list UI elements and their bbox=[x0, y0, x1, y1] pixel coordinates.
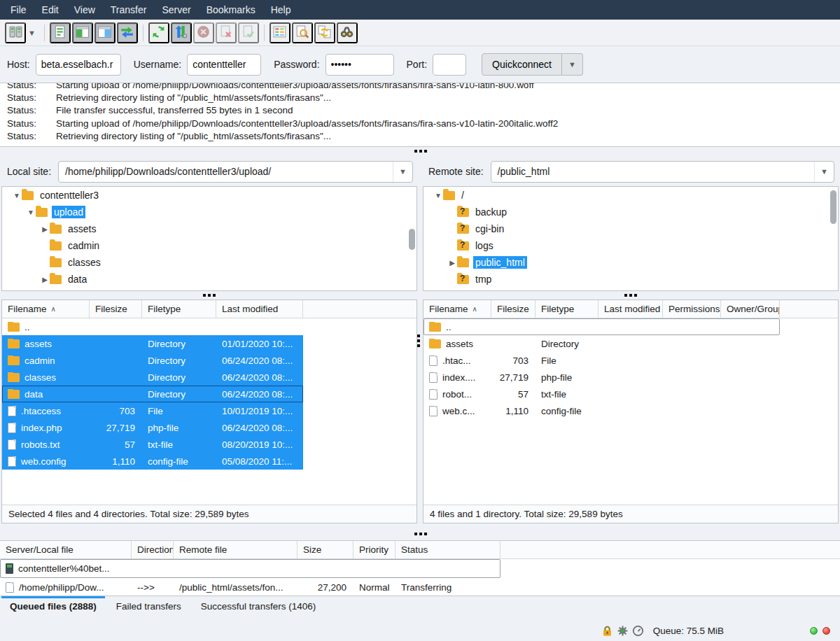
local-tree-item-contentteller3[interactable]: ▼contentteller3 bbox=[2, 187, 416, 204]
file-row[interactable]: web.c...1,110config-file bbox=[424, 402, 780, 419]
file-row[interactable]: cadminDirectory06/24/2020 08:... bbox=[2, 352, 303, 369]
column-header-filesize[interactable]: Filesize bbox=[491, 300, 536, 318]
column-header-filename[interactable]: Filename∧ bbox=[2, 300, 90, 318]
tab-queued-files-2888-[interactable]: Queued files (2888) bbox=[0, 601, 106, 612]
cell-name: index.php bbox=[2, 423, 90, 433]
disconnect-button[interactable] bbox=[216, 22, 237, 43]
column-header-priority[interactable]: Priority bbox=[354, 541, 396, 558]
remote-tree-item-tmp[interactable]: tmp bbox=[424, 271, 838, 288]
menu-item-server[interactable]: Server bbox=[154, 0, 198, 20]
column-header-size[interactable]: Size bbox=[298, 541, 354, 558]
menu-item-transfer[interactable]: Transfer bbox=[103, 0, 155, 20]
tree-expander-icon[interactable]: ▼ bbox=[26, 209, 36, 216]
menu-item-edit[interactable]: Edit bbox=[34, 0, 66, 20]
tree-expander-icon[interactable]: ▼ bbox=[12, 192, 22, 199]
gear-icon[interactable] bbox=[617, 625, 629, 637]
process-queue-button[interactable] bbox=[171, 22, 192, 43]
directory-comparison-button[interactable] bbox=[292, 22, 313, 43]
port-input[interactable] bbox=[433, 54, 466, 76]
file-icon bbox=[8, 406, 16, 416]
queue-row[interactable]: contentteller%40bet... bbox=[0, 559, 500, 578]
column-header-filetype[interactable]: Filetype bbox=[142, 300, 216, 318]
file-row[interactable]: robots.txt57txt-file08/20/2019 10:... bbox=[2, 436, 303, 453]
find-files-button[interactable] bbox=[337, 22, 358, 43]
lock-icon[interactable] bbox=[601, 625, 613, 637]
synchronized-browsing-button[interactable] bbox=[314, 22, 335, 43]
chevron-down-icon[interactable]: ▼ bbox=[393, 162, 412, 182]
column-header-status[interactable]: Status bbox=[396, 541, 500, 558]
tab-successful-transfers-1406-[interactable]: Successful transfers (1406) bbox=[191, 601, 326, 612]
chevron-down-icon[interactable]: ▼ bbox=[814, 162, 834, 182]
file-row[interactable]: classesDirectory06/24/2020 08:... bbox=[2, 369, 303, 386]
remote-tree-item-logs[interactable]: logs bbox=[424, 237, 838, 254]
queue-cell: /home/philipp/Dow... bbox=[0, 582, 132, 593]
cancel-button[interactable] bbox=[193, 22, 214, 43]
column-header-filetype[interactable]: Filetype bbox=[536, 300, 598, 318]
file-row[interactable]: index.php27,719php-file06/24/2020 08:... bbox=[2, 419, 303, 436]
splitter-grip[interactable] bbox=[414, 150, 427, 153]
column-header-remote-file[interactable]: Remote file bbox=[174, 541, 298, 558]
menu-item-help[interactable]: Help bbox=[263, 0, 299, 20]
tree-expander-icon[interactable]: ▶ bbox=[40, 276, 50, 283]
queue-row[interactable]: /home/philipp/Dow...-->>/public_html/ass… bbox=[0, 578, 500, 596]
file-row[interactable]: robot...57txt-file bbox=[424, 386, 780, 402]
file-row[interactable]: index....27,719php-file bbox=[424, 369, 780, 386]
remote-tree-item-[interactable]: ▼/ bbox=[424, 187, 838, 204]
splitter-grip[interactable] bbox=[414, 533, 427, 535]
remote-tree-item-backup[interactable]: backup bbox=[424, 204, 838, 220]
column-header-server-local-file[interactable]: Server/Local file bbox=[0, 541, 132, 558]
splitter-grip[interactable] bbox=[417, 334, 420, 347]
remote-site-combobox[interactable]: /public_html ▼ bbox=[491, 161, 834, 183]
chevron-down-icon[interactable]: ▼ bbox=[27, 29, 40, 37]
file-row[interactable]: web.config1,110config-file05/08/2020 11:… bbox=[2, 453, 303, 470]
refresh-button[interactable] bbox=[148, 22, 169, 43]
quickconnect-button[interactable]: Quickconnect bbox=[482, 53, 562, 76]
column-header-last-modified[interactable]: Last modified bbox=[598, 300, 663, 318]
column-header-filesize[interactable]: Filesize bbox=[90, 300, 142, 318]
column-header-filename[interactable]: Filename∧ bbox=[424, 300, 491, 318]
scrollbar-thumb[interactable] bbox=[409, 229, 415, 250]
splitter-grip[interactable] bbox=[203, 294, 216, 297]
column-header-last-modified[interactable]: Last modified bbox=[216, 300, 303, 318]
speed-limit-icon[interactable] bbox=[632, 625, 644, 637]
filezilla-window: FileEditViewTransferServerBookmarksHelp … bbox=[0, 0, 840, 641]
username-input[interactable] bbox=[187, 54, 261, 76]
file-row[interactable]: .htaccess703File10/01/2019 10:... bbox=[2, 402, 303, 419]
local-tree-item-assets[interactable]: ▶assets bbox=[2, 220, 416, 237]
column-header-owner-group[interactable]: Owner/Group bbox=[721, 300, 780, 318]
toggle-transfer-queue-button[interactable] bbox=[117, 22, 138, 43]
quickconnect-dropdown-icon[interactable]: ▼ bbox=[562, 53, 583, 76]
toggle-remote-tree-button[interactable] bbox=[94, 22, 115, 43]
host-input[interactable] bbox=[36, 54, 121, 76]
column-header-permissions[interactable]: Permissions bbox=[663, 300, 721, 318]
file-row[interactable]: assetsDirectory bbox=[424, 335, 780, 352]
column-header-direction[interactable]: Direction bbox=[132, 541, 174, 558]
toggle-message-log-button[interactable] bbox=[50, 22, 71, 43]
tree-expander-icon[interactable]: ▼ bbox=[433, 192, 443, 199]
remote-tree-item-publichtml[interactable]: ▶public_html bbox=[424, 254, 838, 271]
directory-listing-filters-button[interactable] bbox=[270, 22, 290, 43]
tree-expander-icon[interactable]: ▶ bbox=[447, 259, 457, 267]
menu-item-file[interactable]: File bbox=[3, 0, 34, 20]
local-site-combobox[interactable]: /home/philipp/Downloads/contentteller3/u… bbox=[58, 161, 413, 183]
file-row[interactable]: .htac...703File bbox=[424, 352, 780, 369]
site-manager-button[interactable] bbox=[5, 22, 26, 43]
reconnect-button[interactable] bbox=[238, 22, 259, 43]
splitter-grip[interactable] bbox=[624, 294, 637, 297]
tab-failed-transfers[interactable]: Failed transfers bbox=[106, 601, 191, 612]
menu-item-bookmarks[interactable]: Bookmarks bbox=[199, 0, 263, 20]
local-tree-item-data[interactable]: ▶data bbox=[2, 271, 416, 288]
local-tree-item-classes[interactable]: classes bbox=[2, 254, 416, 271]
scrollbar-thumb[interactable] bbox=[830, 190, 836, 224]
password-input[interactable] bbox=[326, 54, 394, 76]
file-row[interactable]: dataDirectory06/24/2020 08:... bbox=[2, 386, 303, 402]
remote-tree-item-cgibin[interactable]: cgi-bin bbox=[424, 220, 838, 237]
file-row[interactable]: .. bbox=[424, 318, 780, 335]
tree-expander-icon[interactable]: ▶ bbox=[40, 225, 50, 233]
file-row[interactable]: .. bbox=[2, 318, 303, 335]
toggle-local-tree-button[interactable] bbox=[72, 22, 93, 43]
local-tree-item-cadmin[interactable]: cadmin bbox=[2, 237, 416, 254]
local-tree-item-upload[interactable]: ▼upload bbox=[2, 204, 416, 220]
menu-item-view[interactable]: View bbox=[66, 0, 103, 20]
file-row[interactable]: assetsDirectory01/01/2020 10:... bbox=[2, 335, 303, 352]
